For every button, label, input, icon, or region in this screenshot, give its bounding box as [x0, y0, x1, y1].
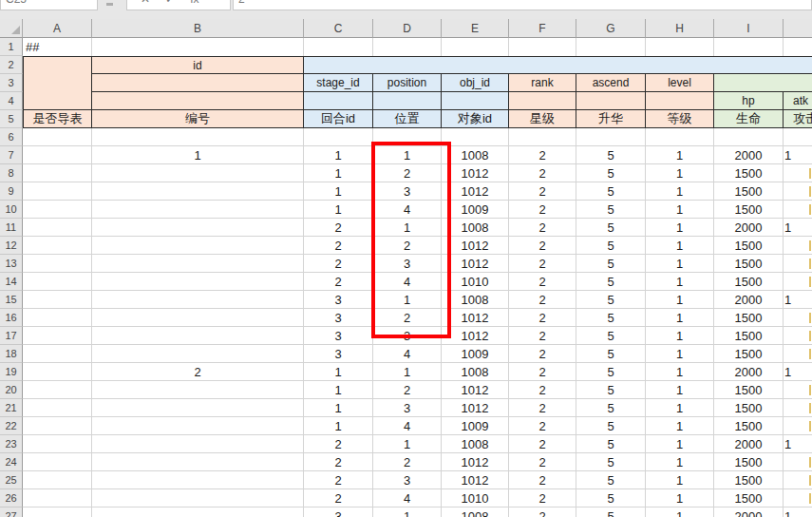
cell-G26[interactable]: 5: [576, 489, 646, 507]
cell-I27[interactable]: 2000: [714, 507, 784, 517]
cell-E26[interactable]: 1010: [442, 489, 509, 507]
cell-H5-level[interactable]: 等级: [646, 110, 714, 128]
row-header-13[interactable]: 13: [0, 255, 23, 273]
cell-G6[interactable]: [576, 128, 646, 146]
cell-B17[interactable]: [92, 327, 304, 345]
cell-C11[interactable]: 2: [304, 219, 373, 237]
cell-C23[interactable]: 2: [304, 435, 373, 453]
cell-I20[interactable]: 1500: [714, 381, 784, 399]
cell-B5-number[interactable]: 编号: [92, 110, 304, 128]
cell-A26[interactable]: [23, 489, 92, 507]
cell-C1[interactable]: [304, 38, 373, 56]
cell-J4-atk-clipped[interactable]: atk: [784, 92, 812, 110]
row-header-6[interactable]: 6: [0, 128, 23, 146]
cell-D20[interactable]: 2: [373, 381, 442, 399]
cell-D27[interactable]: 1: [373, 507, 442, 517]
cell-I16[interactable]: 1500: [714, 309, 784, 327]
cell-B16[interactable]: [92, 309, 304, 327]
cell-J6[interactable]: [784, 128, 812, 146]
cell-F17[interactable]: 2: [509, 327, 576, 345]
cell-C5-round-id[interactable]: 回合id: [304, 110, 373, 128]
cell-G14[interactable]: 5: [576, 273, 646, 291]
cell-I21[interactable]: 1500: [714, 399, 784, 417]
cell-F23[interactable]: 2: [509, 435, 576, 453]
cell-G1[interactable]: [576, 38, 646, 56]
row-header-12[interactable]: 12: [0, 237, 23, 255]
cell-A8[interactable]: [23, 164, 92, 182]
row-header-11[interactable]: 11: [0, 219, 23, 237]
cell-H26[interactable]: 1: [646, 489, 714, 507]
cell-C10[interactable]: 1: [304, 201, 373, 219]
cell-A21[interactable]: [23, 399, 92, 417]
cell-A6[interactable]: [23, 128, 92, 146]
cell-E20[interactable]: 1012: [442, 381, 509, 399]
cell-B11[interactable]: [92, 219, 304, 237]
column-header-G[interactable]: G: [576, 19, 646, 38]
cell-G12[interactable]: 5: [576, 237, 646, 255]
cell-G4[interactable]: [576, 92, 646, 110]
column-header-H[interactable]: H: [646, 19, 714, 38]
column-header-B[interactable]: B: [92, 19, 304, 38]
cell-A5-export[interactable]: 是否导表: [23, 110, 92, 128]
cell-A13[interactable]: [23, 255, 92, 273]
row-header-18[interactable]: 18: [0, 345, 23, 363]
cell-D22[interactable]: 4: [373, 417, 442, 435]
cell-H19[interactable]: 1: [646, 363, 714, 381]
cell-I24[interactable]: 1500: [714, 453, 784, 471]
red-highlight-box[interactable]: [371, 142, 451, 338]
cell-F21[interactable]: 2: [509, 399, 576, 417]
cell-B27[interactable]: [92, 507, 304, 517]
cell-G24[interactable]: 5: [576, 453, 646, 471]
cell-G23[interactable]: 5: [576, 435, 646, 453]
cell-D21[interactable]: 3: [373, 399, 442, 417]
cell-I13[interactable]: 1500: [714, 255, 784, 273]
cell-D1[interactable]: [373, 38, 442, 56]
select-all-button[interactable]: [0, 19, 23, 38]
cell-J18[interactable]: [784, 345, 812, 363]
cell-G18[interactable]: 5: [576, 345, 646, 363]
cell-E19[interactable]: 1008: [442, 363, 509, 381]
cell-H18[interactable]: 1: [646, 345, 714, 363]
cell-A1[interactable]: ##: [23, 38, 92, 56]
cell-J12[interactable]: [784, 237, 812, 255]
row-header-5[interactable]: 5: [0, 110, 23, 128]
cell-F27[interactable]: 2: [509, 507, 576, 517]
cell-G3-ascend[interactable]: ascend: [576, 74, 646, 92]
cell-F6[interactable]: [509, 128, 576, 146]
cell-C21[interactable]: 1: [304, 399, 373, 417]
cell-F7[interactable]: 2: [509, 146, 576, 164]
cell-A12[interactable]: [23, 237, 92, 255]
cell-H3-level[interactable]: level: [646, 74, 714, 92]
cell-B8[interactable]: [92, 164, 304, 182]
column-header-A[interactable]: A: [23, 19, 92, 38]
cell-J21[interactable]: [784, 399, 812, 417]
cell-E21[interactable]: 1012: [442, 399, 509, 417]
cell-C27[interactable]: 3: [304, 507, 373, 517]
row-header-22[interactable]: 22: [0, 417, 23, 435]
cell-I15[interactable]: 2000: [714, 291, 784, 309]
cell-D4[interactable]: [373, 92, 442, 110]
cell-F3-rank[interactable]: rank: [509, 74, 576, 92]
cell-H6[interactable]: [646, 128, 714, 146]
cell-E25[interactable]: 1012: [442, 471, 509, 489]
row-header-3[interactable]: 3: [0, 74, 23, 92]
cell-B23[interactable]: [92, 435, 304, 453]
cell-I23[interactable]: 2000: [714, 435, 784, 453]
cell-C26[interactable]: 2: [304, 489, 373, 507]
cell-I18[interactable]: 1500: [714, 345, 784, 363]
cell-I22[interactable]: 1500: [714, 417, 784, 435]
cell-E22[interactable]: 1009: [442, 417, 509, 435]
cell-G8[interactable]: 5: [576, 164, 646, 182]
cell-I5-hp[interactable]: 生命: [714, 110, 784, 128]
cell-E15[interactable]: 1008: [442, 291, 509, 309]
cell-J17[interactable]: [784, 327, 812, 345]
row-header-10[interactable]: 10: [0, 201, 23, 219]
cell-C18[interactable]: 3: [304, 345, 373, 363]
cell-H27[interactable]: 1: [646, 507, 714, 517]
cell-A11[interactable]: [23, 219, 92, 237]
cell-E1[interactable]: [442, 38, 509, 56]
cell-J7[interactable]: 1: [784, 146, 812, 164]
cell-F1[interactable]: [509, 38, 576, 56]
cell-A7[interactable]: [23, 146, 92, 164]
row-header-8[interactable]: 8: [0, 164, 23, 182]
